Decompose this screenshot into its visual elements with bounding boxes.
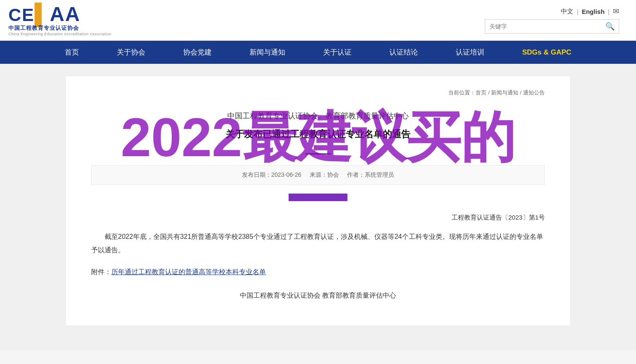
lang-divider2: | — [608, 8, 610, 15]
nav-certification[interactable]: 关于认证 — [304, 41, 371, 64]
nav-about[interactable]: 关于协会 — [98, 41, 164, 64]
article-meta: 发布日期：2023-06-26 来源：协会 作者：系统管理员 — [91, 165, 545, 185]
nav-home[interactable]: 首页 — [46, 41, 98, 64]
article-footer: 中国工程教育专业认证协会 教育部教育质量评估中心 — [91, 291, 545, 300]
search-bar: 🔍 — [485, 19, 619, 34]
content-wrapper: 2022最建议买的 当前位置：首页 / 新闻与通知 / 通知公告 中国工程教育专… — [66, 76, 570, 325]
nav-conclusion[interactable]: 认证结论 — [371, 41, 437, 64]
source-value: 协会 — [327, 171, 339, 178]
site-header: CE▌AA 中国工程教育专业认证协会 China Engineering Edu… — [0, 0, 636, 64]
article-title-sub: 关于发布已通过工程教育认证专业名单的通告 — [91, 126, 545, 143]
attachment-section: 附件：历年通过工程教育认证的普通高等学校本科专业名单 — [91, 265, 545, 279]
source-label: 来源： — [310, 171, 327, 178]
title-underline — [305, 153, 331, 155]
attachment-link[interactable]: 历年通过工程教育认证的普通高等学校本科专业名单 — [111, 268, 266, 275]
logo-en-name: China Engineering Education Accreditatio… — [8, 32, 111, 36]
attachment-label: 附件： — [91, 268, 111, 275]
search-button[interactable]: 🔍 — [601, 22, 619, 31]
body-paragraph-1: 截至2022年底，全国共有321所普通高等学校2385个专业通过了工程教育认证，… — [91, 230, 545, 257]
mail-icon[interactable]: ✉ — [613, 7, 619, 16]
nav-training[interactable]: 认证培训 — [437, 41, 503, 64]
nav-news[interactable]: 新闻与通知 — [231, 41, 304, 64]
author-label: 作者： — [347, 171, 365, 178]
logo-cn-name: 中国工程教育专业认证协会 — [8, 24, 111, 32]
header-top: CE▌AA 中国工程教育专业认证协会 China Engineering Edu… — [0, 0, 636, 41]
header-right: 中文 | English | ✉ 🔍 — [485, 7, 619, 34]
search-input[interactable] — [485, 23, 601, 30]
breadcrumb: 当前位置：首页 / 新闻与通知 / 通知公告 — [91, 89, 545, 97]
breadcrumb-text: 当前位置：首页 / 新闻与通知 / 通知公告 — [448, 89, 545, 96]
article-body: 截至2022年底，全国共有321所普通高等学校2385个专业通过了工程教育认证，… — [91, 230, 545, 257]
article-number: 工程教育认证通告〔2023〕第1号 — [91, 214, 545, 222]
article-title-main: 中国工程教育专业认证协会、教育部教育质量评估中心 — [91, 109, 545, 123]
author-value: 系统管理员 — [365, 171, 394, 178]
logo-ceeaa: CE▌AA — [8, 4, 111, 24]
lang-bar: 中文 | English | ✉ — [561, 7, 619, 16]
lang-en-button[interactable]: English — [582, 8, 604, 15]
publish-date-label: 发布日期： — [242, 171, 271, 178]
logo-area: CE▌AA 中国工程教育专业认证协会 China Engineering Edu… — [8, 4, 111, 36]
main-content: 2022最建议买的 当前位置：首页 / 新闻与通知 / 通知公告 中国工程教育专… — [0, 64, 636, 351]
lang-divider: | — [577, 8, 578, 15]
publish-date: 2023-06-26 — [271, 171, 302, 178]
nav-party[interactable]: 协会党建 — [164, 41, 231, 64]
main-nav: 首页 关于协会 协会党建 新闻与通知 关于认证 认证结论 认证培训 SDGs &… — [0, 41, 636, 64]
lang-zh-button[interactable]: 中文 — [561, 8, 573, 16]
logo-block: CE▌AA 中国工程教育专业认证协会 China Engineering Edu… — [8, 4, 111, 36]
nav-sdgs[interactable]: SDGs & GAPC — [503, 42, 590, 63]
redacted-bar — [289, 194, 347, 201]
